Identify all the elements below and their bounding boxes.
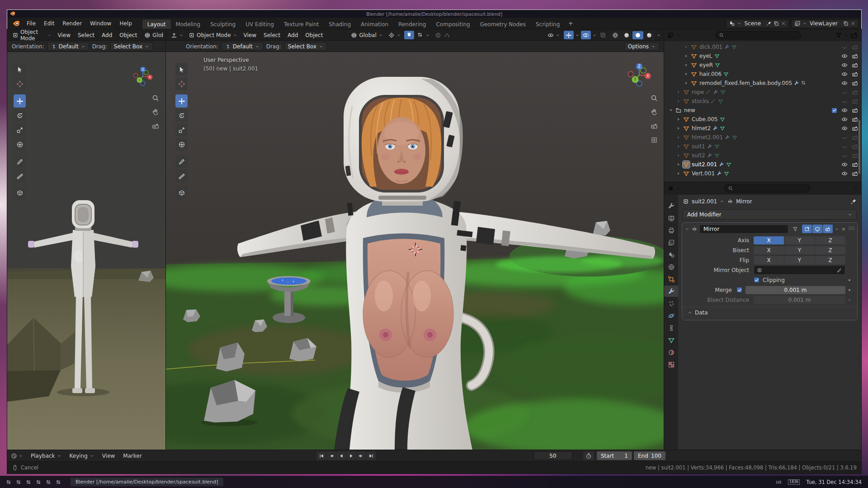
tool-cursor-button[interactable]	[175, 77, 188, 90]
properties-tab-render[interactable]	[664, 212, 678, 224]
mode-dropdown[interactable]: Object Mode	[10, 31, 54, 39]
taskbar-clock[interactable]: Tue, 31 Dec 14:34:34	[806, 479, 862, 485]
taskbar-app-6-icon[interactable]	[55, 479, 62, 486]
axis-x-button[interactable]: X	[754, 236, 784, 244]
frame-start-field[interactable]: Start 1	[597, 451, 632, 460]
flip-y-button[interactable]: Y	[784, 256, 815, 264]
outliner-item-dick.001[interactable]: dick.001	[664, 42, 861, 52]
tool-transform-button[interactable]	[14, 138, 26, 151]
properties-tab-object[interactable]	[664, 273, 678, 285]
snap-settings-dropdown[interactable]	[415, 31, 432, 39]
eyedropper-icon[interactable]	[837, 267, 842, 273]
snapping-toggle[interactable]	[404, 31, 414, 39]
close-icon[interactable]	[841, 226, 846, 232]
menu-add[interactable]: Add	[284, 31, 302, 40]
tool-select-box-button[interactable]	[175, 63, 188, 76]
render-toggle-camera-off-icon[interactable]	[852, 98, 858, 104]
outliner-item-Cube.005[interactable]: Cube.005	[664, 115, 861, 124]
hand-nav-button[interactable]	[649, 107, 659, 117]
properties-tab-output[interactable]	[664, 225, 678, 236]
filter-icon[interactable]	[835, 32, 842, 38]
play-button[interactable]	[346, 451, 356, 460]
tool-move-button[interactable]	[14, 94, 26, 108]
hide-toggle-eye-closed-icon[interactable]	[841, 98, 848, 104]
outliner-item-eyeL[interactable]: eyeL	[664, 52, 861, 61]
hide-toggle-eye-closed-icon[interactable]	[841, 152, 848, 159]
tab-shading[interactable]: Shading	[324, 19, 356, 29]
jump-start-button[interactable]	[316, 451, 326, 460]
add-workspace-button[interactable]: +	[565, 19, 576, 28]
camera-nav-button[interactable]	[649, 121, 659, 131]
frame-end-field[interactable]: End 100	[634, 451, 665, 460]
outliner-item-suit2[interactable]: suit2	[664, 151, 861, 160]
mode-dropdown[interactable]: Object Mode	[186, 31, 240, 39]
shading-solid-button[interactable]	[621, 31, 632, 39]
tab-texture-paint[interactable]: Texture Paint	[279, 19, 324, 29]
hide-toggle-eye-closed-icon[interactable]	[841, 44, 848, 50]
timeline-editor-icon[interactable]	[11, 453, 17, 459]
render-toggle-camera-icon[interactable]	[852, 116, 858, 122]
breadcrumb-modifier[interactable]: Mirror	[736, 198, 752, 205]
timeline-menu-keying[interactable]: Keying	[66, 451, 98, 460]
tool-add-cube-button[interactable]	[14, 187, 26, 200]
tool-cursor-button[interactable]	[14, 77, 26, 90]
menu-object[interactable]: Object	[302, 31, 326, 40]
nav-gizmo-small[interactable]: Z X Y	[132, 66, 153, 87]
scene-selector[interactable]: Scene	[726, 19, 789, 28]
menu-view[interactable]: View	[240, 31, 260, 40]
gizmos-toggle[interactable]	[564, 31, 574, 39]
tab-rendering[interactable]: Rendering	[393, 19, 431, 29]
menu-add[interactable]: Add	[98, 31, 116, 40]
tab-uv-editing[interactable]: UV Editing	[241, 19, 279, 29]
menu-window[interactable]: Window	[86, 19, 115, 28]
viewport-3d-small[interactable]	[7, 52, 166, 450]
tab-sculpting[interactable]: Sculpting	[205, 19, 241, 29]
properties-tab-modifiers[interactable]	[664, 286, 678, 297]
magnify-nav-button[interactable]	[151, 93, 160, 103]
disclosure-right-icon[interactable]	[676, 171, 681, 176]
play-back-button[interactable]	[336, 451, 346, 460]
hide-toggle-eye-icon[interactable]	[841, 80, 848, 86]
viewport-3d-main[interactable]	[166, 52, 664, 450]
xray-toggle[interactable]	[598, 31, 608, 39]
pin-icon[interactable]	[766, 21, 772, 26]
shading-rendered-button[interactable]	[644, 31, 655, 39]
new-collection-icon[interactable]	[851, 32, 858, 39]
visibility-dropdown[interactable]	[545, 31, 562, 39]
merge-threshold-field[interactable]: 0.001 m	[745, 286, 845, 294]
disclosure-right-icon[interactable]	[676, 90, 681, 94]
chevron-down-icon[interactable]	[685, 227, 689, 231]
taskbar-app-4-icon[interactable]	[35, 479, 42, 486]
tab-compositing[interactable]: Compositing	[431, 19, 475, 29]
viewlayer-selector[interactable]: ViewLayer	[792, 19, 859, 28]
animate-dot-icon[interactable]	[849, 279, 850, 281]
taskbar-app-5-icon[interactable]	[45, 479, 52, 486]
disclosure-right-icon[interactable]	[676, 144, 681, 149]
properties-tab-scene[interactable]	[664, 249, 678, 260]
bisect-y-button[interactable]: Y	[784, 246, 815, 254]
disclosure-right-icon[interactable]	[676, 135, 681, 140]
menu-select[interactable]: Select	[260, 31, 284, 40]
snap-target-dropdown[interactable]	[386, 31, 403, 39]
tool-rotate-button[interactable]	[175, 109, 188, 122]
orientation-select[interactable]: Default	[222, 42, 263, 51]
next-key-button[interactable]	[356, 451, 366, 460]
transform-orientation-dropdown[interactable]: Global	[349, 31, 385, 39]
menu-select[interactable]: Select	[74, 31, 98, 40]
mirror-object-field[interactable]	[754, 265, 845, 275]
outliner-item-new[interactable]: new	[664, 106, 861, 115]
timeline-menu-marker[interactable]: Marker	[119, 451, 145, 460]
clipping-checkbox[interactable]	[754, 277, 760, 283]
render-toggle-camera-icon[interactable]	[852, 62, 858, 68]
hide-toggle-eye-icon[interactable]	[841, 62, 848, 68]
outliner-item-stocks[interactable]: stocks	[664, 97, 861, 106]
menu-edit[interactable]: Edit	[40, 19, 58, 28]
chevron-down-icon[interactable]	[853, 186, 858, 191]
tool-scale-button[interactable]	[14, 123, 26, 136]
properties-editor-icon[interactable]	[668, 185, 674, 192]
axis-z-button[interactable]: Z	[815, 236, 845, 244]
close-icon[interactable]	[850, 21, 856, 26]
taskbar-app-1-icon[interactable]	[5, 479, 12, 486]
current-frame-field[interactable]: 50	[533, 451, 572, 460]
tab-geometry-nodes[interactable]: Geometry Nodes	[475, 19, 531, 29]
